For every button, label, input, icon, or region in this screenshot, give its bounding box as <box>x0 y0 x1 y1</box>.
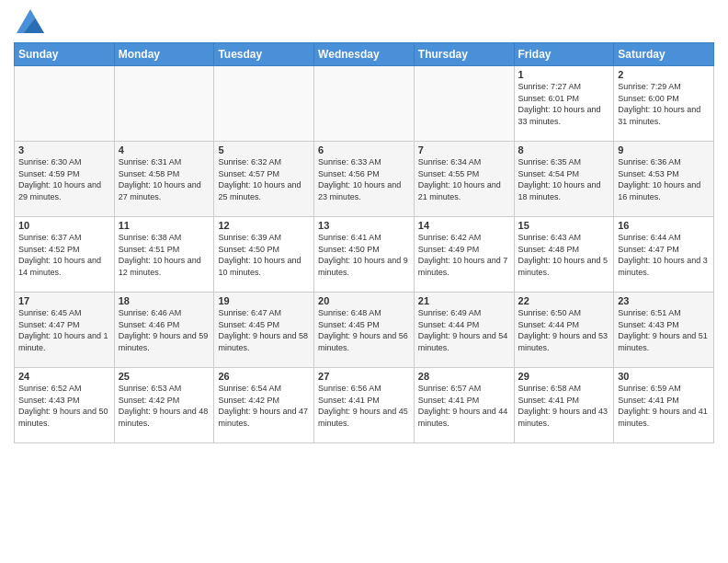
calendar-cell: 16Sunrise: 6:44 AM Sunset: 4:47 PM Dayli… <box>614 217 714 293</box>
calendar-cell: 3Sunrise: 6:30 AM Sunset: 4:59 PM Daylig… <box>15 142 115 217</box>
calendar-table: Sunday Monday Tuesday Wednesday Thursday… <box>14 42 714 443</box>
calendar-cell: 25Sunrise: 6:53 AM Sunset: 4:42 PM Dayli… <box>114 368 214 443</box>
day-number: 14 <box>418 220 510 231</box>
calendar-cell: 8Sunrise: 6:35 AM Sunset: 4:54 PM Daylig… <box>514 142 614 217</box>
header-thursday: Thursday <box>414 43 514 66</box>
day-number: 8 <box>518 144 610 155</box>
calendar-cell: 1Sunrise: 7:27 AM Sunset: 6:01 PM Daylig… <box>514 66 614 142</box>
day-number: 23 <box>618 295 710 306</box>
day-number: 17 <box>18 295 110 306</box>
calendar-cell: 22Sunrise: 6:50 AM Sunset: 4:44 PM Dayli… <box>514 293 614 368</box>
day-number: 24 <box>18 371 110 382</box>
logo-icon <box>17 9 44 37</box>
day-content: Sunrise: 7:29 AM Sunset: 6:00 PM Dayligh… <box>618 81 710 127</box>
calendar-cell: 14Sunrise: 6:42 AM Sunset: 4:49 PM Dayli… <box>414 217 514 293</box>
day-number: 10 <box>18 220 110 231</box>
day-number: 15 <box>518 220 610 231</box>
calendar-cell: 2Sunrise: 7:29 AM Sunset: 6:00 PM Daylig… <box>614 66 714 142</box>
calendar-week-5: 24Sunrise: 6:52 AM Sunset: 4:43 PM Dayli… <box>15 368 714 443</box>
day-content: Sunrise: 6:38 AM Sunset: 4:51 PM Dayligh… <box>119 232 210 278</box>
calendar-cell: 24Sunrise: 6:52 AM Sunset: 4:43 PM Dayli… <box>15 368 115 443</box>
day-content: Sunrise: 6:44 AM Sunset: 4:47 PM Dayligh… <box>618 232 710 278</box>
calendar-cell: 20Sunrise: 6:48 AM Sunset: 4:45 PM Dayli… <box>314 293 415 368</box>
day-content: Sunrise: 6:49 AM Sunset: 4:44 PM Dayligh… <box>418 307 510 353</box>
day-number: 9 <box>618 144 710 155</box>
calendar-cell: 21Sunrise: 6:49 AM Sunset: 4:44 PM Dayli… <box>414 293 514 368</box>
calendar-cell: 17Sunrise: 6:45 AM Sunset: 4:47 PM Dayli… <box>15 293 115 368</box>
day-number: 19 <box>218 295 310 306</box>
day-number: 28 <box>418 371 510 382</box>
day-number: 20 <box>318 295 410 306</box>
day-content: Sunrise: 6:51 AM Sunset: 4:43 PM Dayligh… <box>618 307 710 353</box>
calendar-cell <box>314 66 415 142</box>
calendar-week-2: 3Sunrise: 6:30 AM Sunset: 4:59 PM Daylig… <box>15 142 714 217</box>
calendar-week-1: 1Sunrise: 7:27 AM Sunset: 6:01 PM Daylig… <box>15 66 714 142</box>
calendar-cell: 5Sunrise: 6:32 AM Sunset: 4:57 PM Daylig… <box>214 142 314 217</box>
day-content: Sunrise: 6:56 AM Sunset: 4:41 PM Dayligh… <box>318 383 410 429</box>
day-content: Sunrise: 6:52 AM Sunset: 4:43 PM Dayligh… <box>18 383 110 429</box>
calendar-cell: 9Sunrise: 6:36 AM Sunset: 4:53 PM Daylig… <box>614 142 714 217</box>
calendar-cell: 27Sunrise: 6:56 AM Sunset: 4:41 PM Dayli… <box>314 368 415 443</box>
day-content: Sunrise: 7:27 AM Sunset: 6:01 PM Dayligh… <box>518 81 610 127</box>
calendar-cell: 6Sunrise: 6:33 AM Sunset: 4:56 PM Daylig… <box>314 142 415 217</box>
day-content: Sunrise: 6:50 AM Sunset: 4:44 PM Dayligh… <box>518 307 610 353</box>
calendar-week-3: 10Sunrise: 6:37 AM Sunset: 4:52 PM Dayli… <box>15 217 714 293</box>
day-number: 12 <box>218 220 310 231</box>
day-number: 16 <box>618 220 710 231</box>
day-content: Sunrise: 6:42 AM Sunset: 4:49 PM Dayligh… <box>418 232 510 278</box>
day-number: 30 <box>618 371 710 382</box>
calendar-cell: 19Sunrise: 6:47 AM Sunset: 4:45 PM Dayli… <box>214 293 314 368</box>
calendar-cell <box>114 66 214 142</box>
calendar-cell: 23Sunrise: 6:51 AM Sunset: 4:43 PM Dayli… <box>614 293 714 368</box>
day-content: Sunrise: 6:33 AM Sunset: 4:56 PM Dayligh… <box>318 156 410 202</box>
day-number: 6 <box>318 144 410 155</box>
day-content: Sunrise: 6:59 AM Sunset: 4:41 PM Dayligh… <box>618 383 710 429</box>
day-content: Sunrise: 6:35 AM Sunset: 4:54 PM Dayligh… <box>518 156 610 202</box>
calendar-cell: 18Sunrise: 6:46 AM Sunset: 4:46 PM Dayli… <box>114 293 214 368</box>
calendar-cell: 30Sunrise: 6:59 AM Sunset: 4:41 PM Dayli… <box>614 368 714 443</box>
day-number: 1 <box>518 69 610 80</box>
day-number: 3 <box>18 144 110 155</box>
day-content: Sunrise: 6:37 AM Sunset: 4:52 PM Dayligh… <box>18 232 110 278</box>
day-number: 7 <box>418 144 510 155</box>
day-content: Sunrise: 6:45 AM Sunset: 4:47 PM Dayligh… <box>18 307 110 353</box>
day-content: Sunrise: 6:36 AM Sunset: 4:53 PM Dayligh… <box>618 156 710 202</box>
day-content: Sunrise: 6:32 AM Sunset: 4:57 PM Dayligh… <box>218 156 310 202</box>
day-content: Sunrise: 6:57 AM Sunset: 4:41 PM Dayligh… <box>418 383 510 429</box>
day-content: Sunrise: 6:41 AM Sunset: 4:50 PM Dayligh… <box>318 232 410 278</box>
calendar-cell <box>214 66 314 142</box>
logo <box>14 13 44 37</box>
day-content: Sunrise: 6:39 AM Sunset: 4:50 PM Dayligh… <box>218 232 310 278</box>
calendar-cell <box>414 66 514 142</box>
header-tuesday: Tuesday <box>214 43 314 66</box>
calendar-week-4: 17Sunrise: 6:45 AM Sunset: 4:47 PM Dayli… <box>15 293 714 368</box>
header-saturday: Saturday <box>614 43 714 66</box>
header-friday: Friday <box>514 43 614 66</box>
day-content: Sunrise: 6:48 AM Sunset: 4:45 PM Dayligh… <box>318 307 410 353</box>
day-number: 29 <box>518 371 610 382</box>
calendar-cell: 29Sunrise: 6:58 AM Sunset: 4:41 PM Dayli… <box>514 368 614 443</box>
calendar-cell: 13Sunrise: 6:41 AM Sunset: 4:50 PM Dayli… <box>314 217 415 293</box>
day-number: 21 <box>418 295 510 306</box>
day-content: Sunrise: 6:46 AM Sunset: 4:46 PM Dayligh… <box>119 307 210 353</box>
calendar-cell: 11Sunrise: 6:38 AM Sunset: 4:51 PM Dayli… <box>114 217 214 293</box>
calendar-cell: 26Sunrise: 6:54 AM Sunset: 4:42 PM Dayli… <box>214 368 314 443</box>
day-number: 25 <box>119 371 210 382</box>
day-content: Sunrise: 6:34 AM Sunset: 4:55 PM Dayligh… <box>418 156 510 202</box>
day-number: 22 <box>518 295 610 306</box>
calendar-cell <box>15 66 115 142</box>
header-monday: Monday <box>114 43 214 66</box>
day-number: 13 <box>318 220 410 231</box>
day-content: Sunrise: 6:58 AM Sunset: 4:41 PM Dayligh… <box>518 383 610 429</box>
page-container: Sunday Monday Tuesday Wednesday Thursday… <box>0 0 728 448</box>
day-content: Sunrise: 6:43 AM Sunset: 4:48 PM Dayligh… <box>518 232 610 278</box>
calendar-cell: 10Sunrise: 6:37 AM Sunset: 4:52 PM Dayli… <box>15 217 115 293</box>
day-number: 4 <box>119 144 210 155</box>
calendar-cell: 7Sunrise: 6:34 AM Sunset: 4:55 PM Daylig… <box>414 142 514 217</box>
day-content: Sunrise: 6:47 AM Sunset: 4:45 PM Dayligh… <box>218 307 310 353</box>
weekday-header-row: Sunday Monday Tuesday Wednesday Thursday… <box>15 43 714 66</box>
day-number: 5 <box>218 144 310 155</box>
header <box>14 9 714 37</box>
header-wednesday: Wednesday <box>314 43 415 66</box>
calendar-cell: 28Sunrise: 6:57 AM Sunset: 4:41 PM Dayli… <box>414 368 514 443</box>
